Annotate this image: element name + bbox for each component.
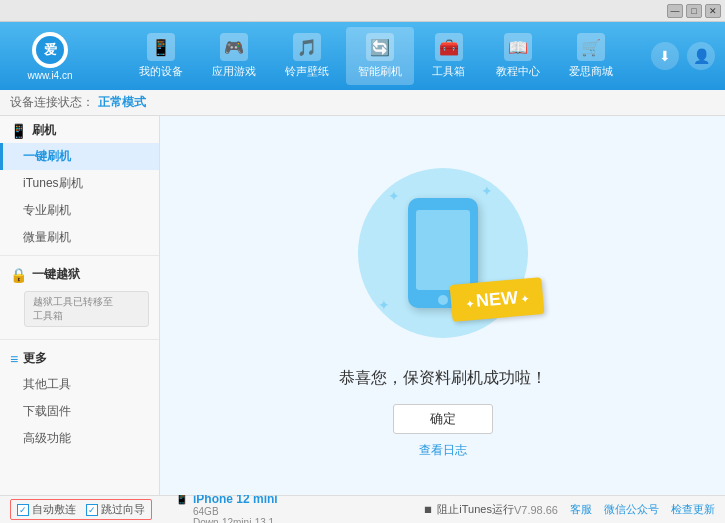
toolbox-icon: 🧰	[435, 33, 463, 61]
checkboxes-group: ✓ 自动敷连 ✓ 跳过向导	[10, 499, 152, 520]
success-text: 恭喜您，保资料刷机成功啦！	[339, 368, 547, 389]
nav-my-device-label: 我的设备	[139, 64, 183, 79]
minimize-button[interactable]: —	[667, 4, 683, 18]
sidebar-item-download-firmware[interactable]: 下载固件	[0, 398, 159, 425]
sidebar-section-more: ≡ 更多	[0, 344, 159, 371]
nav-items: 📱 我的设备 🎮 应用游戏 🎵 铃声壁纸 🔄 智能刷机 🧰 工具箱 📖 教程中心…	[100, 27, 651, 85]
itunes-flash-label: iTunes刷机	[23, 176, 83, 190]
ringtones-icon: 🎵	[293, 33, 321, 61]
logo: 爱 www.i4.cn	[10, 29, 90, 84]
content-area: ✦ ✦ ✦ NEW 恭喜您，保资料刷机成功啦！ 确定 查看日志	[160, 116, 725, 495]
back-link[interactable]: 查看日志	[419, 442, 467, 459]
sidebar: 📱 刷机 一键刷机 iTunes刷机 专业刷机 微量刷机 🔒 一键越狱 越狱工具…	[0, 116, 160, 495]
version-text: V7.98.66	[514, 504, 558, 516]
nav-smart-flash[interactable]: 🔄 智能刷机	[346, 27, 414, 85]
advanced-label: 高级功能	[23, 431, 71, 445]
sidebar-item-itunes-flash[interactable]: iTunes刷机	[0, 170, 159, 197]
jailbreak-section-label: 一键越狱	[32, 266, 80, 283]
one-click-flash-label: 一键刷机	[23, 149, 71, 163]
download-button[interactable]: ⬇	[651, 42, 679, 70]
logo-inner: 爱	[36, 36, 64, 64]
tutorial-icon: 📖	[504, 33, 532, 61]
status-label: 设备连接状态：	[10, 94, 94, 111]
sparkle-2: ✦	[481, 183, 493, 199]
nav-tutorial[interactable]: 📖 教程中心	[484, 27, 552, 85]
window-controls: — □ ✕	[667, 4, 721, 18]
phone-circle-bg: ✦ ✦ ✦ NEW	[358, 168, 528, 338]
phone-screen	[416, 210, 470, 290]
new-badge: NEW	[449, 277, 544, 322]
via-wizard-label: 跳过向导	[101, 502, 145, 517]
jailbreak-locked-area: 越狱工具已转移至工具箱	[0, 287, 159, 335]
device-info-section: 📱 iPhone 12 mini 64GB Down-12mini-13,1	[175, 492, 278, 524]
nav-tutorial-label: 教程中心	[496, 64, 540, 79]
nav-apps-games-label: 应用游戏	[212, 64, 256, 79]
other-tools-label: 其他工具	[23, 377, 71, 391]
sparkle-3: ✦	[378, 297, 390, 313]
wechat-link[interactable]: 微信公众号	[604, 502, 659, 517]
sidebar-item-one-click-flash[interactable]: 一键刷机	[0, 143, 159, 170]
auto-connect-check-box: ✓	[17, 504, 29, 516]
bottom-right: V7.98.66 客服 微信公众号 检查更新	[514, 502, 715, 517]
stop-itunes-label: 阻止iTunes运行	[437, 502, 514, 517]
nav-ringtones[interactable]: 🎵 铃声壁纸	[273, 27, 341, 85]
status-value: 正常模式	[98, 94, 146, 111]
via-wizard-checkbox[interactable]: ✓ 跳过向导	[86, 502, 145, 517]
sidebar-section-flash: 📱 刷机	[0, 116, 159, 143]
sidebar-item-other-tools[interactable]: 其他工具	[0, 371, 159, 398]
nav-apps-games[interactable]: 🎮 应用游戏	[200, 27, 268, 85]
customer-service-link[interactable]: 客服	[570, 502, 592, 517]
my-device-icon: 📱	[147, 33, 175, 61]
stop-itunes-button[interactable]: ⏹ 阻止iTunes运行	[423, 502, 514, 517]
status-bar: 设备连接状态： 正常模式	[0, 90, 725, 116]
apps-games-icon: 🎮	[220, 33, 248, 61]
jailbreak-locked-message: 越狱工具已转移至工具箱	[24, 291, 149, 327]
nav-toolbox[interactable]: 🧰 工具箱	[419, 27, 479, 85]
bottom-left: ✓ 自动敷连 ✓ 跳过向导 📱 iPhone 12 mini 64GB Down…	[10, 492, 423, 524]
more-section-label: 更多	[23, 350, 47, 367]
close-button[interactable]: ✕	[705, 4, 721, 18]
nav-toolbox-label: 工具箱	[432, 64, 465, 79]
nav-my-device[interactable]: 📱 我的设备	[127, 27, 195, 85]
more-section-icon: ≡	[10, 351, 18, 367]
check-update-link[interactable]: 检查更新	[671, 502, 715, 517]
nav-smart-flash-label: 智能刷机	[358, 64, 402, 79]
logo-domain: www.i4.cn	[27, 70, 72, 81]
via-wizard-check-box: ✓	[86, 504, 98, 516]
title-bar: — □ ✕	[0, 0, 725, 22]
nav-ringtones-label: 铃声壁纸	[285, 64, 329, 79]
user-button[interactable]: 👤	[687, 42, 715, 70]
device-model: Down-12mini-13,1	[175, 517, 278, 524]
top-nav: 爱 www.i4.cn 📱 我的设备 🎮 应用游戏 🎵 铃声壁纸 🔄 智能刷机 …	[0, 22, 725, 90]
smart-flash-icon: 🔄	[366, 33, 394, 61]
nav-community[interactable]: 🛒 爱思商城	[557, 27, 625, 85]
logo-circle: 爱	[32, 32, 68, 68]
main-layout: 📱 刷机 一键刷机 iTunes刷机 专业刷机 微量刷机 🔒 一键越狱 越狱工具…	[0, 116, 725, 495]
sidebar-item-pro-flash[interactable]: 专业刷机	[0, 197, 159, 224]
sidebar-section-jailbreak: 🔒 一键越狱	[0, 260, 159, 287]
pro-flash-label: 专业刷机	[23, 203, 71, 217]
flash-section-label: 刷机	[32, 122, 56, 139]
community-icon: 🛒	[577, 33, 605, 61]
device-storage: 64GB	[175, 506, 278, 517]
auto-connect-checkbox[interactable]: ✓ 自动敷连	[17, 502, 76, 517]
lock-icon: 🔒	[10, 267, 27, 283]
download-firmware-label: 下载固件	[23, 404, 71, 418]
sidebar-item-micro-flash[interactable]: 微量刷机	[0, 224, 159, 251]
sidebar-divider-2	[0, 339, 159, 340]
nav-community-label: 爱思商城	[569, 64, 613, 79]
flash-section-icon: 📱	[10, 123, 27, 139]
stop-icon: ⏹	[423, 504, 433, 515]
sidebar-divider-1	[0, 255, 159, 256]
phone-home-button	[438, 295, 448, 305]
nav-right: ⬇ 👤	[651, 42, 715, 70]
bottom-bar: ✓ 自动敷连 ✓ 跳过向导 📱 iPhone 12 mini 64GB Down…	[0, 495, 725, 523]
auto-connect-label: 自动敷连	[32, 502, 76, 517]
sidebar-item-advanced[interactable]: 高级功能	[0, 425, 159, 452]
confirm-button[interactable]: 确定	[393, 404, 493, 434]
micro-flash-label: 微量刷机	[23, 230, 71, 244]
maximize-button[interactable]: □	[686, 4, 702, 18]
sparkle-1: ✦	[388, 188, 400, 204]
phone-illustration: ✦ ✦ ✦ NEW	[343, 153, 543, 353]
